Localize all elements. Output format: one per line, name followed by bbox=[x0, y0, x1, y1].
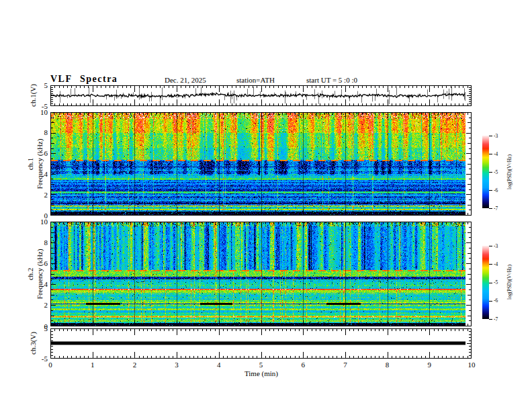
figure-start-ut: start UT = 5 :0 :0 bbox=[306, 76, 357, 84]
y-tick-label: 6 bbox=[30, 149, 48, 157]
y-tick-label: 8 bbox=[30, 238, 48, 246]
ch2-spectrogram-panel bbox=[50, 222, 472, 326]
colorbar-tick-label: -3 bbox=[494, 133, 506, 139]
y-tick-label: 10 bbox=[30, 218, 48, 226]
time-axis-label: Time (min) bbox=[228, 369, 295, 377]
y-tick-label: 10 bbox=[30, 108, 48, 116]
figure-title: VLF Spectra bbox=[50, 74, 118, 85]
colorbar-tick-label: -3 bbox=[494, 243, 506, 249]
x-tick-label: 9 bbox=[420, 361, 438, 369]
y-tick-label: 5 bbox=[30, 324, 48, 332]
colorbar-tick bbox=[489, 172, 492, 173]
colorbar-tick-label: -5 bbox=[494, 169, 506, 175]
colorbar-tick bbox=[489, 319, 492, 320]
x-tick-label: 5 bbox=[253, 361, 270, 369]
x-tick-label: 3 bbox=[168, 361, 185, 369]
y-tick-label: 2 bbox=[30, 191, 48, 199]
x-tick-label: 4 bbox=[210, 361, 228, 369]
y-tick-label: 2 bbox=[30, 301, 48, 309]
colorbar-tick-label: -6 bbox=[494, 298, 506, 304]
colorbar-tick bbox=[489, 246, 492, 246]
figure-station: station=ATH bbox=[236, 76, 275, 84]
colorbar-tick bbox=[489, 190, 492, 191]
x-tick-label: 2 bbox=[126, 361, 143, 369]
colorbar-ch2-label: log(PSD)(V²/Hz) bbox=[506, 265, 513, 300]
colorbar-ch1 bbox=[482, 136, 489, 208]
colorbar-ch2 bbox=[482, 246, 489, 319]
colorbar-tick-label: -5 bbox=[494, 279, 506, 285]
ch1-spectrogram-channel-label: ch.1 bbox=[26, 158, 34, 171]
ch1-waveform-panel bbox=[50, 85, 472, 106]
colorbar-tick-label: -7 bbox=[494, 205, 506, 212]
figure-date: Dec. 21, 2025 bbox=[165, 76, 206, 84]
colorbar-tick bbox=[489, 136, 492, 136]
ch2-spectrogram-channel-label: ch.2 bbox=[26, 268, 34, 281]
y-tick-label: 4 bbox=[30, 170, 48, 178]
x-tick-label: 7 bbox=[337, 361, 354, 369]
ch3-waveform-panel bbox=[50, 328, 472, 359]
y-tick-label: 5 bbox=[30, 81, 48, 89]
y-tick-label: -5 bbox=[30, 355, 48, 363]
colorbar-tick-label: -4 bbox=[494, 151, 506, 157]
x-tick-label: 8 bbox=[379, 361, 396, 369]
ch1-frequency-axis-label: Frequency (kHz) bbox=[36, 139, 44, 189]
colorbar-tick bbox=[489, 154, 492, 154]
y-tick-label: 4 bbox=[30, 280, 48, 288]
colorbar-tick-label: -4 bbox=[494, 261, 506, 267]
colorbar-tick bbox=[489, 264, 492, 265]
colorbar-tick bbox=[489, 283, 492, 283]
y-tick-label: 8 bbox=[30, 128, 48, 136]
x-tick-label: 6 bbox=[294, 361, 312, 369]
colorbar-ch1-label: log(PSD)(V²/Hz) bbox=[506, 154, 513, 189]
vlf-spectra-figure: VLF Spectra Dec. 21, 2025 station=ATH st… bbox=[0, 0, 532, 411]
y-tick-label: 6 bbox=[30, 259, 48, 267]
x-tick-label: 10 bbox=[463, 361, 480, 369]
colorbar-tick-label: -7 bbox=[494, 316, 506, 322]
colorbar-tick bbox=[489, 208, 492, 209]
colorbar-tick bbox=[489, 301, 492, 302]
ch2-frequency-axis-label: Frequency (kHz) bbox=[36, 249, 44, 300]
x-tick-label: 1 bbox=[84, 361, 101, 369]
ch1-spectrogram-panel bbox=[50, 112, 472, 216]
colorbar-tick-label: -6 bbox=[494, 187, 506, 193]
ch3-voltage-axis-label: ch.3(V) bbox=[29, 332, 37, 355]
